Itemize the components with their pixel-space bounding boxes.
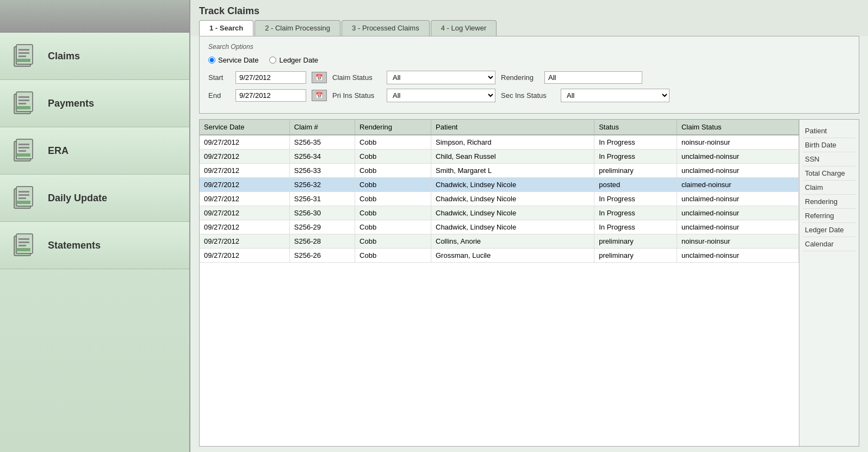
claims-icon xyxy=(11,42,38,70)
cell-0: 09/27/2012 xyxy=(200,192,289,206)
sec-ins-status-select[interactable]: All xyxy=(561,89,669,102)
sidebar-label-claims: Claims xyxy=(48,51,80,62)
col-claim-num: Claim # xyxy=(289,120,355,135)
date-type-group: Service Date Ledger Date xyxy=(208,56,850,64)
end-date-calendar-button[interactable]: 📅 xyxy=(312,90,327,101)
tab-search[interactable]: 1 - Search xyxy=(199,20,253,36)
cell-1: S256-34 xyxy=(289,150,355,164)
right-panel: Patient Birth Date SSN Total Charge Clai… xyxy=(799,120,859,446)
table-area: Service Date Claim # Rendering Patient S… xyxy=(199,119,859,447)
tab-claim-processing[interactable]: 2 - Claim Processing xyxy=(255,20,340,36)
table-row[interactable]: 09/27/2012S256-34CobbChild, Sean RusselI… xyxy=(200,150,799,164)
col-rendering: Rendering xyxy=(355,120,431,135)
right-panel-ssn: SSN xyxy=(803,152,855,166)
table-row[interactable]: 09/27/2012S256-35CobbSimpson, RichardIn … xyxy=(200,135,799,150)
service-date-label: Service Date xyxy=(218,56,258,64)
cell-3: Chadwick, Lindsey Nicole xyxy=(431,206,594,220)
svg-rect-22 xyxy=(18,197,26,199)
table-body: 09/27/2012S256-35CobbSimpson, RichardIn … xyxy=(200,135,799,263)
table-row[interactable]: 09/27/2012S256-29CobbChadwick, Lindsey N… xyxy=(200,220,799,234)
svg-rect-11 xyxy=(16,106,30,109)
cell-5: unclaimed-noinsur xyxy=(677,164,798,178)
cell-0: 09/27/2012 xyxy=(200,150,289,164)
cell-4: posted xyxy=(594,178,677,192)
cell-2: Cobb xyxy=(355,234,431,249)
cell-5: unclaimed-noinsur xyxy=(677,249,798,263)
svg-rect-2 xyxy=(18,49,29,51)
service-date-radio[interactable]: Service Date xyxy=(208,56,258,64)
sidebar-item-payments[interactable]: Payments xyxy=(0,80,189,127)
statements-icon xyxy=(11,232,38,259)
sidebar-item-era[interactable]: ERA xyxy=(0,127,189,175)
page-title: Track Claims xyxy=(190,0,868,20)
start-date-input[interactable] xyxy=(235,71,306,84)
pri-ins-status-select[interactable]: All xyxy=(387,89,495,102)
cell-1: S256-35 xyxy=(289,135,355,150)
search-options-title: Search Options xyxy=(208,43,850,51)
cell-2: Cobb xyxy=(355,206,431,220)
svg-rect-4 xyxy=(18,55,26,57)
cell-2: Cobb xyxy=(355,135,431,150)
table-header: Service Date Claim # Rendering Patient S… xyxy=(200,120,799,135)
cell-1: S256-29 xyxy=(289,220,355,234)
sec-ins-status-label: Sec Ins Status xyxy=(501,91,555,100)
ledger-date-label: Ledger Date xyxy=(279,56,318,64)
cell-0: 09/27/2012 xyxy=(200,234,289,249)
sidebar-item-claims[interactable]: Claims xyxy=(0,33,189,80)
ledger-date-radio[interactable]: Ledger Date xyxy=(269,56,318,64)
sidebar-label-era: ERA xyxy=(48,145,69,157)
sidebar: Claims Payments ERA xyxy=(0,0,190,452)
pri-ins-status-label: Pri Ins Status xyxy=(332,91,381,100)
svg-rect-28 xyxy=(18,245,26,246)
cell-1: S256-32 xyxy=(289,178,355,192)
cell-4: In Progress xyxy=(594,150,677,164)
end-date-row: End 📅 Pri Ins Status All Sec Ins Status … xyxy=(208,89,850,102)
table-row[interactable]: 09/27/2012S256-32CobbChadwick, Lindsey N… xyxy=(200,178,799,192)
claims-table: Service Date Claim # Rendering Patient S… xyxy=(200,120,799,263)
col-status: Status xyxy=(594,120,677,135)
sidebar-item-daily-update[interactable]: Daily Update xyxy=(0,175,189,222)
cell-0: 09/27/2012 xyxy=(200,206,289,220)
cell-0: 09/27/2012 xyxy=(200,135,289,150)
tab-log-viewer[interactable]: 4 - Log Viewer xyxy=(431,20,497,36)
tab-processed-claims[interactable]: 3 - Processed Claims xyxy=(342,20,430,36)
cell-3: Chadwick, Lindsey Nicole xyxy=(431,178,594,192)
cell-4: preliminary xyxy=(594,164,677,178)
cell-4: In Progress xyxy=(594,192,677,206)
cell-2: Cobb xyxy=(355,178,431,192)
start-date-calendar-button[interactable]: 📅 xyxy=(312,72,327,83)
main-content: Track Claims 1 - Search 2 - Claim Proces… xyxy=(190,0,868,452)
table-row[interactable]: 09/27/2012S256-28CobbCollins, Anorieprel… xyxy=(200,234,799,249)
svg-rect-15 xyxy=(18,147,29,148)
cell-5: unclaimed-noinsur xyxy=(677,206,798,220)
svg-rect-10 xyxy=(18,103,26,104)
cell-1: S256-30 xyxy=(289,206,355,220)
table-row[interactable]: 09/27/2012S256-33CobbSmith, Margaret Lpr… xyxy=(200,164,799,178)
end-date-input[interactable] xyxy=(235,89,306,102)
cell-4: preliminary xyxy=(594,234,677,249)
cell-0: 09/27/2012 xyxy=(200,178,289,192)
rendering-input[interactable] xyxy=(544,71,642,84)
table-row[interactable]: 09/27/2012S256-30CobbChadwick, Lindsey N… xyxy=(200,206,799,220)
right-panel-patient: Patient xyxy=(803,124,855,138)
sidebar-item-statements[interactable]: Statements xyxy=(0,222,189,269)
table-row[interactable]: 09/27/2012S256-31CobbChadwick, Lindsey N… xyxy=(200,192,799,206)
cell-5: unclaimed-noinsur xyxy=(677,150,798,164)
cell-1: S256-33 xyxy=(289,164,355,178)
right-panel-calendar: Calendar xyxy=(803,237,855,251)
table-row[interactable]: 09/27/2012S256-26CobbGrossman, Lucilepre… xyxy=(200,249,799,263)
cell-2: Cobb xyxy=(355,150,431,164)
claim-status-select[interactable]: All xyxy=(387,71,495,84)
svg-rect-9 xyxy=(18,100,29,101)
svg-rect-27 xyxy=(18,242,29,243)
svg-rect-16 xyxy=(18,150,26,152)
cell-5: claimed-noinsur xyxy=(677,178,798,192)
start-label: Start xyxy=(208,73,230,82)
cell-4: In Progress xyxy=(594,220,677,234)
cell-4: In Progress xyxy=(594,206,677,220)
col-patient: Patient xyxy=(431,120,594,135)
daily-update-icon xyxy=(11,184,38,212)
svg-rect-8 xyxy=(18,96,29,98)
right-panel-total-charge: Total Charge xyxy=(803,166,855,181)
cell-4: preliminary xyxy=(594,249,677,263)
